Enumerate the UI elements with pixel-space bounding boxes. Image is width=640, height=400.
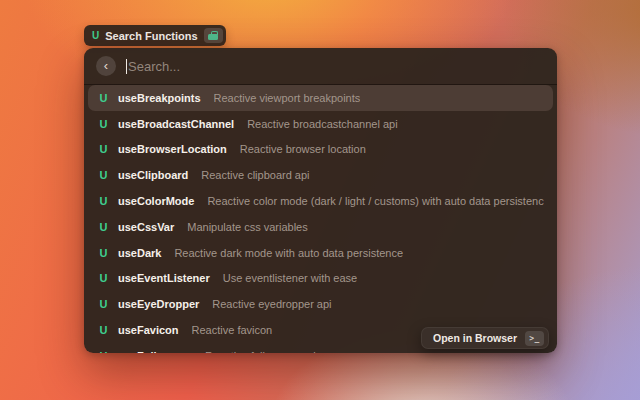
function-description: Reactive favicon [192, 324, 273, 336]
vueuse-function-icon: U [97, 221, 110, 233]
search-bar: ‹ [84, 48, 557, 85]
function-list-item[interactable]: U useDark Reactive dark mode with auto d… [88, 240, 553, 266]
extension-badge [204, 28, 223, 43]
briefcase-icon [208, 34, 218, 40]
function-name: useCssVar [118, 221, 174, 233]
vueuse-function-icon: U [97, 195, 110, 207]
function-name: useEyeDropper [118, 298, 199, 310]
text-caret [126, 59, 127, 74]
back-button[interactable]: ‹ [96, 56, 116, 76]
vueuse-function-icon: U [97, 169, 110, 181]
function-list-item[interactable]: U useBrowserLocation Reactive browser lo… [88, 137, 553, 163]
function-description: Reactive dark mode with auto data persis… [174, 247, 403, 259]
function-name: useBrowserLocation [118, 143, 227, 155]
vueuse-function-icon: U [97, 92, 110, 104]
function-description: Reactive viewport breakpoints [214, 92, 361, 104]
command-tooltip-label: Search Functions [105, 30, 197, 42]
function-list-item[interactable]: U useBroadcastChannel Reactive broadcast… [88, 111, 553, 137]
function-description: Use eventlistener with ease [223, 272, 358, 284]
function-description: Reactive color mode (dark / light / cust… [207, 195, 544, 207]
vueuse-function-icon: U [97, 143, 110, 155]
vueuse-function-icon: U [97, 118, 110, 130]
function-name: useBreakpoints [118, 92, 201, 104]
function-name: useEventListener [118, 272, 210, 284]
vueuse-logo-icon: U [92, 30, 99, 41]
open-in-browser-button[interactable]: Open in Browser >_ [421, 327, 549, 349]
function-list-item[interactable]: U useColorMode Reactive color mode (dark… [88, 188, 553, 214]
vueuse-function-icon: U [97, 247, 110, 259]
function-list: U useBreakpoints Reactive viewport break… [84, 85, 557, 353]
function-list-item[interactable]: U useClipboard Reactive clipboard api [88, 162, 553, 188]
command-tooltip: U Search Functions [84, 25, 226, 46]
function-description: Reactive eyedropper api [212, 298, 331, 310]
function-description: Reactive broadcastchannel api [247, 118, 397, 130]
function-list-item[interactable]: U useEyeDropper Reactive eyedropper api [88, 291, 553, 317]
function-name: useClipboard [118, 169, 188, 181]
function-name: useColorMode [118, 195, 194, 207]
command-palette: ‹ U useBreakpoints Reactive viewport bre… [84, 48, 557, 353]
function-list-item[interactable]: U useCssVar Manipulate css variables [88, 214, 553, 240]
vueuse-function-icon: U [97, 324, 110, 336]
search-input-wrap [126, 59, 545, 74]
function-name: useFavicon [118, 324, 179, 336]
function-name: useDark [118, 247, 161, 259]
function-name: useFullscreen [118, 350, 192, 353]
function-name: useBroadcastChannel [118, 118, 234, 130]
vueuse-function-icon: U [97, 272, 110, 284]
function-description: Reactive fullscreen api [205, 350, 316, 353]
function-description: Reactive browser location [240, 143, 366, 155]
function-description: Manipulate css variables [187, 221, 307, 233]
function-description: Reactive clipboard api [201, 169, 309, 181]
vueuse-function-icon: U [97, 298, 110, 310]
desktop-wallpaper: { "tooltip": { "u_glyph": "U", "label": … [0, 0, 640, 400]
function-list-item[interactable]: U useEventListener Use eventlistener wit… [88, 266, 553, 292]
function-list-item[interactable]: U useBreakpoints Reactive viewport break… [88, 85, 553, 111]
shortcut-key-hint: >_ [525, 331, 544, 346]
open-in-browser-label: Open in Browser [433, 332, 517, 344]
search-input[interactable] [128, 59, 545, 74]
vueuse-function-icon: U [97, 350, 110, 353]
